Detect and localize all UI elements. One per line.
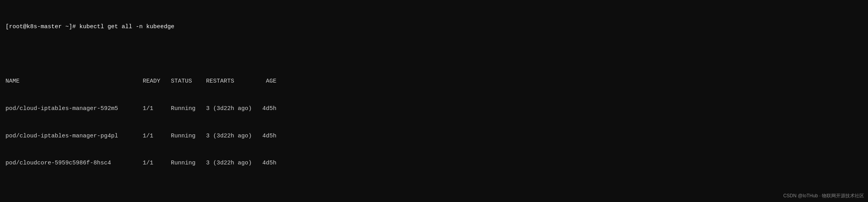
- pod-row-3: pod/cloudcore-5959c5986f-8hsc4 1/1 Runni…: [5, 159, 863, 168]
- spacer-2: [5, 186, 863, 195]
- command-prompt: [root@k8s-master ~]# kubectl get all -n …: [5, 22, 863, 31]
- spacer-1: [5, 49, 863, 58]
- watermark-text: CSDN @IoTHub · 物联网开源技术社区: [783, 192, 864, 200]
- pod-row-1: pod/cloud-iptables-manager-592m5 1/1 Run…: [5, 104, 863, 113]
- terminal-output: [root@k8s-master ~]# kubectl get all -n …: [5, 4, 863, 202]
- pods-header: NAME READY STATUS RESTARTS AGE: [5, 77, 863, 86]
- pod-row-2: pod/cloud-iptables-manager-pg4pl 1/1 Run…: [5, 132, 863, 141]
